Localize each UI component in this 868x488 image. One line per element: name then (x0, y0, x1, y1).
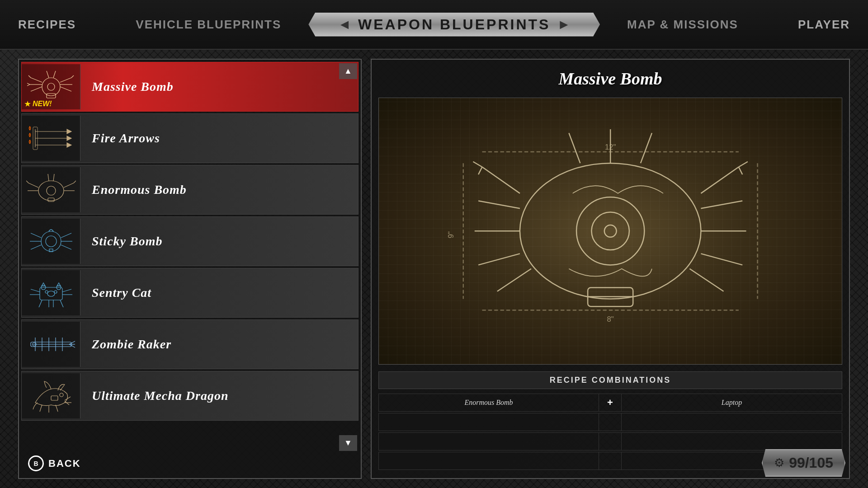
recipe-empty-1b (622, 413, 842, 431)
svg-point-31 (47, 186, 56, 195)
svg-line-100 (739, 162, 748, 167)
svg-point-52 (54, 291, 57, 293)
weapon-item-enormous-bomb[interactable]: Enormous Bomb (21, 165, 359, 215)
weapon-name-sentry-cat: Sentry Cat (92, 286, 151, 300)
svg-point-35 (46, 236, 57, 247)
recipe-row-2 (378, 413, 842, 431)
svg-point-51 (45, 291, 48, 293)
recipe-row-3 (378, 432, 842, 450)
svg-line-32 (26, 181, 28, 183)
svg-line-88 (641, 133, 652, 164)
weapon-thumbnail-sticky-bomb (22, 219, 80, 264)
recipe-plus: + (599, 394, 622, 411)
svg-point-75 (520, 163, 701, 299)
svg-line-84 (701, 254, 742, 265)
recipe-header: Recipe Combinations (378, 371, 842, 389)
weapon-item-massive-bomb[interactable]: Massive Bomb ★ NEW! (21, 62, 359, 112)
svg-line-12 (71, 75, 74, 78)
svg-point-92 (591, 212, 629, 250)
weapon-item-sentry-cat[interactable]: Sentry Cat (21, 268, 359, 318)
svg-point-0 (42, 78, 60, 96)
svg-line-6 (60, 87, 71, 91)
weapon-item-fire-arrows[interactable]: Fire Arrows (21, 113, 359, 163)
svg-line-41 (61, 245, 71, 249)
counter-value: 99/105 (789, 455, 833, 471)
scroll-down-arrow[interactable]: ▼ (339, 435, 357, 451)
nav-recipes[interactable]: RECIPES (0, 18, 94, 32)
svg-line-55 (62, 289, 71, 292)
recipe-empty-2a (379, 433, 599, 450)
new-text: NEW! (33, 100, 52, 108)
svg-line-29 (53, 174, 54, 181)
nav-vehicle-blueprints[interactable]: VEHICLE BLUEPRINTS (118, 18, 299, 32)
nav-center: VEHICLE BLUEPRINTS ◄ WEAPON BLUEPRINTS ►… (94, 13, 780, 37)
nav-next-arrow[interactable]: ► (557, 17, 571, 32)
svg-line-1 (31, 78, 42, 82)
svg-marker-16 (67, 129, 71, 134)
svg-line-38 (31, 245, 41, 249)
svg-line-28 (48, 174, 49, 181)
weapon-name-ultimate-mecha-dragon: Ultimate Mecha Dragon (92, 389, 229, 403)
weapon-name-zombie-raker: Zombie Raker (92, 337, 171, 352)
recipe-plus-empty2 (599, 433, 622, 450)
weapon-name-massive-bomb: Massive Bomb (92, 80, 174, 94)
new-badge: ★ NEW! (24, 99, 52, 109)
nav-player[interactable]: PLAYER (780, 18, 868, 32)
svg-line-8 (53, 71, 56, 78)
recipe-row-1: Enormous Bomb + Laptop (378, 394, 842, 412)
svg-line-14 (27, 84, 30, 86)
svg-line-66 (69, 341, 75, 344)
svg-line-76 (482, 167, 519, 193)
svg-line-68 (69, 344, 75, 347)
recipe-empty-2b (622, 433, 842, 450)
svg-point-23 (38, 181, 64, 201)
svg-line-101 (739, 167, 742, 175)
recipe-ingredient2: Laptop (622, 394, 842, 411)
weapon-item-zombie-raker[interactable]: Zombie Raker (21, 319, 359, 369)
weapon-list: Massive Bomb ★ NEW! (19, 60, 361, 478)
scroll-up-arrow[interactable]: ▲ (339, 63, 357, 79)
main-content: Massive Bomb ★ NEW! (0, 50, 868, 488)
recipe-empty-1a (379, 413, 599, 431)
svg-text:8": 8" (607, 315, 613, 324)
svg-line-36 (31, 233, 41, 238)
svg-text:12": 12" (605, 143, 616, 151)
svg-line-77 (478, 201, 520, 209)
svg-point-93 (604, 225, 617, 237)
weapon-name-enormous-bomb: Enormous Bomb (92, 183, 187, 197)
nav-prev-arrow[interactable]: ◄ (338, 17, 351, 32)
blueprint-image: 12" 8" 9" (378, 98, 842, 365)
weapon-list-panel: Massive Bomb ★ NEW! (18, 59, 362, 479)
svg-line-24 (28, 183, 38, 188)
svg-line-26 (64, 183, 74, 188)
nav-map-missions[interactable]: MAP & MISSIONS (609, 18, 756, 32)
svg-line-46 (39, 300, 42, 307)
weapon-thumbnail-fire-arrows (22, 116, 80, 161)
svg-text:9": 9" (447, 231, 455, 238)
back-button[interactable]: B Back (28, 455, 81, 471)
svg-line-80 (497, 269, 531, 291)
detail-title: Massive Bomb (372, 60, 849, 98)
back-button-label: Back (48, 458, 81, 469)
svg-line-39 (61, 233, 71, 238)
svg-line-7 (47, 71, 49, 78)
back-button-icon: B (28, 455, 44, 471)
weapon-item-ultimate-mecha-dragon[interactable]: Ultimate Mecha Dragon (21, 371, 359, 421)
weapon-name-fire-arrows: Fire Arrows (92, 131, 160, 145)
svg-line-79 (478, 254, 520, 265)
weapon-thumbnail-enormous-bomb (22, 167, 80, 212)
new-star: ★ (24, 99, 31, 109)
counter-badge: ⚙ 99/105 (762, 449, 845, 477)
weapon-thumbnail-zombie-raker (22, 322, 80, 367)
svg-rect-30 (48, 198, 54, 202)
svg-marker-57 (42, 283, 45, 286)
svg-line-98 (473, 162, 482, 167)
svg-marker-20 (67, 143, 71, 147)
counter-gear-icon: ⚙ (774, 456, 784, 470)
svg-line-49 (60, 300, 63, 307)
weapon-item-sticky-bomb[interactable]: Sticky Bomb (21, 216, 359, 266)
recipe-ingredient1: Enormous Bomb (379, 394, 599, 411)
svg-point-10 (47, 83, 55, 90)
svg-rect-43 (40, 287, 62, 300)
svg-point-70 (60, 393, 63, 397)
